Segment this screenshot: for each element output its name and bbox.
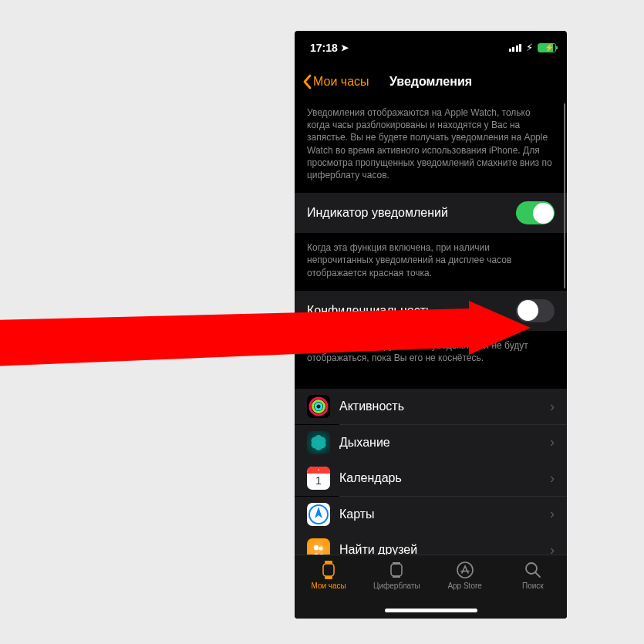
status-time: 17:18 xyxy=(310,42,338,54)
notification-indicator-toggle[interactable] xyxy=(516,201,555,224)
svg-point-11 xyxy=(314,545,319,550)
chevron-right-icon: › xyxy=(550,434,555,450)
tab-my-watch[interactable]: Мои часы xyxy=(295,560,362,619)
app-label: Карты xyxy=(339,507,541,521)
app-row-maps[interactable]: Карты › xyxy=(295,497,567,532)
tab-label: App Store xyxy=(447,582,481,590)
svg-rect-14 xyxy=(323,564,334,576)
back-button[interactable]: Мои часы xyxy=(302,74,369,89)
intro-description: Уведомления отображаются на Apple Watch,… xyxy=(295,99,567,192)
chevron-right-icon: › xyxy=(550,542,555,555)
app-row-breathe[interactable]: Дыхание › xyxy=(295,425,567,460)
app-store-icon xyxy=(456,560,474,580)
search-icon xyxy=(524,560,541,580)
maps-icon xyxy=(307,503,330,526)
tab-bar: Мои часы Циферблаты App Store Поиск xyxy=(295,555,567,619)
svg-point-12 xyxy=(319,546,322,550)
wifi-icon: ⚡︎ xyxy=(526,42,533,53)
location-icon: ➤ xyxy=(341,42,349,53)
nav-bar: Мои часы Уведомления xyxy=(295,65,567,99)
app-label: Активность xyxy=(339,400,541,413)
tab-label: Поиск xyxy=(522,582,544,590)
status-time-group: 17:18 ➤ xyxy=(310,42,349,54)
chevron-left-icon xyxy=(302,74,312,89)
cell-signal-icon xyxy=(509,44,522,52)
svg-line-21 xyxy=(535,572,540,577)
svg-point-3 xyxy=(315,403,322,410)
tab-search[interactable]: Поиск xyxy=(499,560,567,619)
privacy-row[interactable]: Конфиденциальность xyxy=(295,290,567,332)
find-friends-icon xyxy=(307,538,330,555)
chevron-right-icon: › xyxy=(550,399,555,415)
svg-point-19 xyxy=(457,562,473,578)
app-label: Найти друзей xyxy=(339,543,541,555)
status-right: ⚡︎ ⚡ xyxy=(509,42,557,53)
svg-rect-18 xyxy=(393,575,400,578)
svg-rect-17 xyxy=(393,562,400,565)
app-label: Дыхание xyxy=(339,436,541,450)
scrollbar[interactable] xyxy=(564,103,566,288)
home-indicator[interactable] xyxy=(385,609,477,612)
app-label: Календарь xyxy=(339,471,541,485)
app-row-find-friends[interactable]: Найти друзей › xyxy=(295,532,567,555)
watch-icon xyxy=(321,560,336,580)
content-scroll[interactable]: Уведомления отображаются на Apple Watch,… xyxy=(295,99,567,555)
status-bar: 17:18 ➤ ⚡︎ ⚡ xyxy=(295,31,567,65)
svg-rect-15 xyxy=(325,576,332,579)
chevron-right-icon: › xyxy=(550,506,555,522)
chevron-right-icon: › xyxy=(550,470,555,487)
activity-icon xyxy=(307,395,330,418)
battery-icon: ⚡ xyxy=(538,43,556,52)
tab-label: Мои часы xyxy=(311,582,346,590)
back-label: Мои часы xyxy=(313,75,369,89)
phone-frame: 17:18 ➤ ⚡︎ ⚡ Мои часы Уведомления Уведом… xyxy=(295,31,567,619)
svg-rect-16 xyxy=(391,564,402,576)
breathe-icon xyxy=(307,431,330,454)
app-row-activity[interactable]: Активность › xyxy=(295,389,567,424)
tab-label: Циферблаты xyxy=(373,582,420,590)
notification-indicator-description: Когда эта функция включена, при наличии … xyxy=(295,234,567,290)
privacy-description: В этом режиме подробности уведомления не… xyxy=(295,332,567,375)
notification-indicator-row[interactable]: Индикатор уведомлений xyxy=(295,192,567,234)
notification-indicator-label: Индикатор уведомлений xyxy=(307,206,448,220)
svg-point-9 xyxy=(312,437,319,444)
privacy-label: Конфиденциальность xyxy=(307,304,432,318)
privacy-toggle[interactable] xyxy=(516,299,555,322)
watch-face-icon xyxy=(387,560,406,580)
app-row-calendar[interactable]: ▪ 1 Календарь › xyxy=(295,460,567,496)
calendar-icon: ▪ 1 xyxy=(307,467,330,490)
